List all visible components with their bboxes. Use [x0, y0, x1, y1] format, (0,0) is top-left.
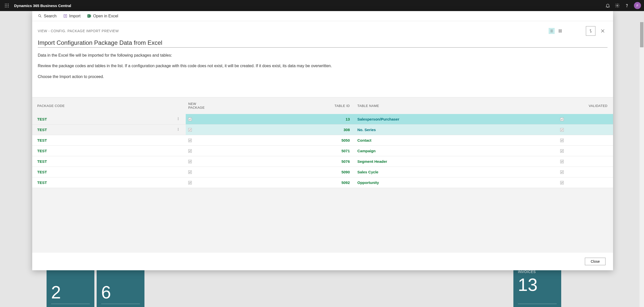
checkbox[interactable] [560, 128, 564, 132]
cell-table-name[interactable]: No. Series [354, 125, 560, 135]
notifications-button[interactable] [605, 3, 610, 8]
dialog-footer: Close [32, 253, 613, 270]
tile-number: 6 [101, 282, 111, 302]
checkbox[interactable] [188, 118, 192, 121]
dialog-action-bar: Search Import Open in Excel [32, 11, 613, 21]
svg-point-3 [5, 5, 6, 6]
row-menu-button[interactable] [171, 125, 186, 135]
import-action[interactable]: Import [63, 14, 81, 18]
cell-validated [560, 146, 613, 156]
cell-package-code[interactable]: TEST [32, 156, 171, 167]
col-new-package[interactable]: NEW PACKAGE [186, 97, 203, 114]
col-validated[interactable]: VALIDATED [560, 97, 613, 114]
cell-table-name[interactable]: Segment Header [354, 156, 560, 167]
cell-package-code[interactable]: TEST [32, 146, 171, 156]
cell-table-name[interactable]: Opportunity [354, 177, 560, 188]
table-row[interactable]: TEST13Salesperson/Purchaser [32, 114, 613, 125]
cell-table-name[interactable]: Contact [354, 135, 560, 146]
vertical-scrollbar-thumb[interactable] [640, 22, 643, 47]
cell-table-name[interactable]: Sales Cycle [354, 167, 560, 177]
row-menu-button[interactable] [171, 167, 186, 177]
close-dialog-button[interactable] [598, 26, 608, 36]
preview-table-container: PACKAGE CODE NEW PACKAGE TABLE ID TABLE … [32, 97, 613, 253]
vertical-scrollbar-track[interactable] [639, 22, 644, 307]
row-menu-button[interactable] [171, 114, 186, 125]
svg-rect-19 [559, 31, 560, 32]
svg-rect-18 [560, 30, 561, 31]
svg-point-21 [178, 118, 178, 118]
row-menu-button[interactable] [171, 135, 186, 146]
cell-package-code[interactable]: TEST [32, 177, 171, 188]
app-launcher-button[interactable] [3, 2, 11, 9]
close-icon [600, 28, 605, 33]
col-table-name[interactable]: TABLE NAME [354, 97, 560, 114]
cell-table-id[interactable]: 5050 [203, 135, 354, 146]
checkbox[interactable] [560, 181, 564, 184]
table-row[interactable]: TEST5071Campaign [32, 146, 613, 156]
import-preview-dialog: Search Import Open in Excel VIEW - CONFI… [32, 11, 613, 270]
cell-package-code[interactable]: TEST [32, 135, 171, 146]
dashboard-tile[interactable]: 2 [47, 267, 94, 307]
table-row[interactable]: TEST5050Contact [32, 135, 613, 146]
checkbox[interactable] [560, 170, 564, 174]
checkbox[interactable] [188, 160, 192, 163]
svg-point-23 [178, 120, 178, 120]
svg-point-2 [8, 4, 9, 5]
close-button[interactable]: Close [585, 258, 605, 265]
cell-table-id[interactable]: 5092 [203, 177, 354, 188]
app-title: Dynamics 365 Business Central [14, 4, 71, 8]
col-table-id[interactable]: TABLE ID [203, 97, 354, 114]
table-header-row: PACKAGE CODE NEW PACKAGE TABLE ID TABLE … [32, 97, 613, 114]
checkbox[interactable] [560, 139, 564, 142]
list-view-toggle[interactable] [549, 28, 555, 34]
cell-table-name[interactable]: Salesperson/Purchaser [354, 114, 560, 125]
row-menu-button[interactable] [171, 156, 186, 167]
dashboard-tile[interactable]: INVOICES 13 [513, 267, 561, 307]
cell-table-id[interactable]: 5090 [203, 167, 354, 177]
search-action[interactable]: Search [38, 14, 57, 18]
cell-table-name[interactable]: Campaign [354, 146, 560, 156]
restore-window-button[interactable] [586, 26, 595, 36]
col-package-code[interactable]: PACKAGE CODE [32, 97, 171, 114]
open-excel-action[interactable]: Open in Excel [87, 14, 118, 18]
checkbox[interactable] [188, 170, 192, 174]
row-menu-button[interactable] [171, 177, 186, 188]
checkbox[interactable] [188, 128, 192, 132]
cell-table-id[interactable]: 5076 [203, 156, 354, 167]
tiles-icon [558, 29, 562, 33]
checkbox[interactable] [560, 160, 564, 163]
help-button[interactable] [624, 3, 629, 8]
svg-point-1 [7, 4, 7, 5]
table-row[interactable]: TEST5090Sales Cycle [32, 167, 613, 177]
svg-point-24 [178, 128, 178, 129]
checkbox[interactable] [188, 181, 192, 184]
table-row[interactable]: TEST5076Segment Header [32, 156, 613, 167]
checkbox[interactable] [188, 149, 192, 153]
cell-table-id[interactable]: 5071 [203, 146, 354, 156]
cell-package-code[interactable]: TEST [32, 114, 171, 125]
checkbox[interactable] [560, 149, 564, 153]
table-row[interactable]: TEST5092Opportunity [32, 177, 613, 188]
cell-table-id[interactable]: 13 [203, 114, 354, 125]
checkbox[interactable] [560, 118, 564, 121]
preview-table: PACKAGE CODE NEW PACKAGE TABLE ID TABLE … [32, 97, 613, 188]
description-line: Data in the Excel file will be imported … [38, 53, 608, 58]
dashboard-tile[interactable]: 6 [97, 267, 144, 307]
dashboard-tiles-left: 2 6 [47, 267, 144, 307]
gear-icon [615, 3, 620, 8]
cell-package-code[interactable]: TEST [32, 167, 171, 177]
checkbox[interactable] [188, 139, 192, 142]
cell-new-package [186, 177, 203, 188]
topbar-left: Dynamics 365 Business Central [3, 2, 71, 9]
svg-point-4 [7, 5, 7, 6]
cell-validated [560, 177, 613, 188]
tiles-view-toggle[interactable] [557, 28, 563, 34]
cell-package-code[interactable]: TEST [32, 125, 171, 135]
settings-button[interactable] [615, 3, 620, 8]
row-menu-button[interactable] [171, 146, 186, 156]
waffle-icon [5, 4, 9, 8]
table-row[interactable]: TEST308No. Series [32, 125, 613, 135]
user-avatar[interactable]: F [634, 2, 641, 9]
tile-divider [51, 304, 90, 304]
cell-table-id[interactable]: 308 [203, 125, 354, 135]
